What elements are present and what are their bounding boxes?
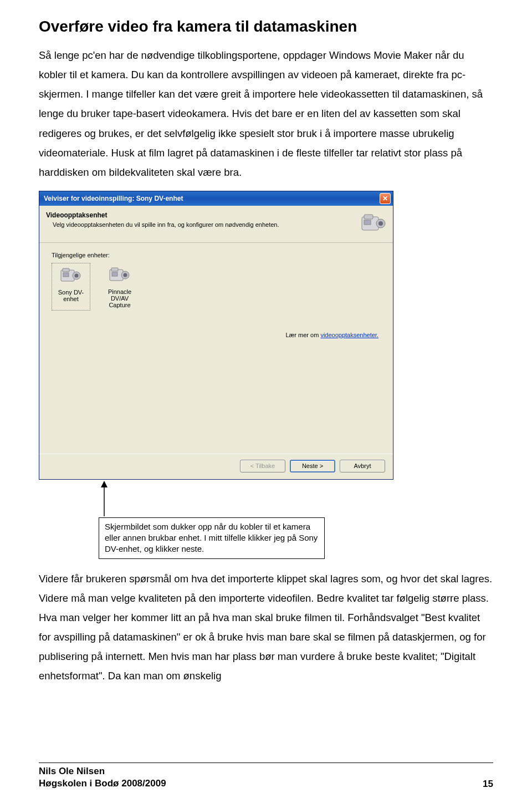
learn-more-text: Lær mer om videoopptaksenheter. [285,332,378,338]
devices-row: Sony DV-enhet Pinnacle DV/AV Capture [52,263,381,311]
device-item-pinnacle[interactable]: Pinnacle DV/AV Capture [100,263,139,311]
annotation-arrow [99,481,493,516]
svg-rect-6 [63,268,69,272]
body-paragraph-1: Så lenge pc'en har de nødvendige tilkobl… [39,45,493,182]
video-capture-wizard-dialog: Veiviser for videoinnspilling: Sony DV-e… [39,191,393,480]
dialog-title: Veiviser for videoinnspilling: Sony DV-e… [44,195,183,202]
svg-rect-4 [364,220,371,225]
svg-rect-14 [112,272,117,276]
dialog-button-row: < Tilbake Neste > Avbryt [39,454,393,479]
device-label: Sony DV-enhet [53,289,89,302]
svg-point-8 [75,273,79,277]
dialog-header-subtitle: Velg videoopptaksenheten du vil spille i… [46,221,353,228]
dialog-titlebar: Veiviser for videoinnspilling: Sony DV-e… [39,191,393,206]
camcorder-small-icon [108,265,132,286]
close-button[interactable]: ✕ [380,193,391,204]
svg-point-13 [124,273,127,277]
svg-rect-11 [111,268,118,271]
footer-page-number: 15 [483,779,493,790]
svg-rect-9 [63,273,69,277]
annotation-box: Skjermbildet som dukker opp når du koble… [99,517,325,559]
svg-point-3 [378,221,383,226]
devices-label: Tilgjengelige enheter: [52,252,381,258]
body-paragraph-2: Videre får brukeren spørsmål om hva det … [39,569,493,686]
back-button[interactable]: < Tilbake [240,460,285,472]
dialog-header: Videoopptaksenhet Velg videoopptaksenhet… [39,206,393,243]
svg-rect-1 [364,215,373,219]
device-label: Pinnacle DV/AV Capture [101,288,138,308]
next-button[interactable]: Neste > [290,460,335,472]
footer-author: Nils Ole Nilsen [39,765,166,777]
dialog-body: Tilgjengelige enheter: Sony DV-enhet [39,243,393,454]
footer-org: Høgskolen i Bodø 2008/2009 [39,777,166,790]
close-icon: ✕ [382,195,388,202]
svg-marker-16 [101,481,108,487]
camcorder-icon [359,211,386,236]
device-item-sony[interactable]: Sony DV-enhet [52,263,90,311]
cancel-button[interactable]: Avbryt [340,460,385,472]
learn-more-link[interactable]: videoopptaksenheter. [320,332,378,338]
page-footer: Nils Ole Nilsen Høgskolen i Bodø 2008/20… [39,763,493,790]
camcorder-small-icon [59,266,83,287]
dialog-header-title: Videoopptaksenhet [46,211,353,219]
page-heading: Overføre video fra kamera til datamaskin… [39,18,493,35]
